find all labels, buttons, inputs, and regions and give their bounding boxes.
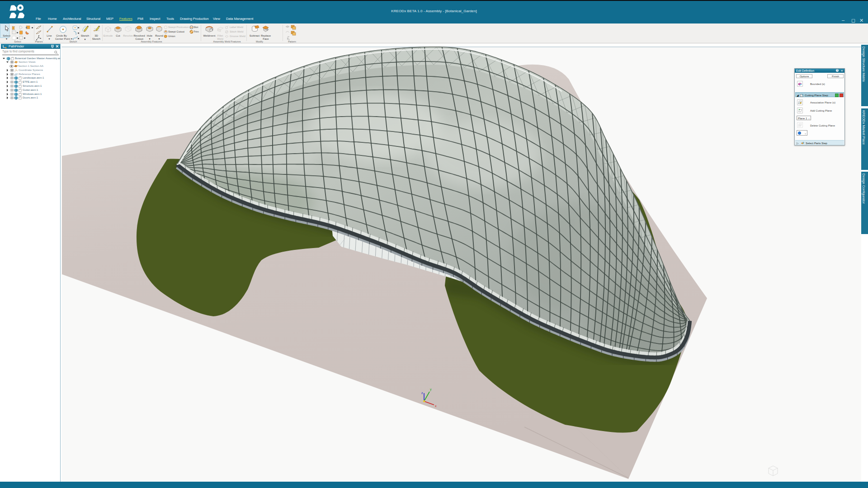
svg-text:y: y	[430, 388, 432, 391]
svg-text:x: x	[435, 404, 437, 408]
svg-text:z: z	[421, 391, 423, 394]
